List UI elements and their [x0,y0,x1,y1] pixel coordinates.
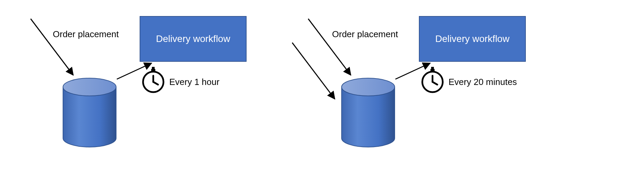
svg-rect-8 [430,69,435,72]
schedule-label-left: Every 1 hour [169,77,219,87]
svg-point-6 [342,78,395,96]
input-arrow-right-1 [308,19,351,75]
order-placement-label-left: Order placement [53,29,119,40]
output-arrow-right [395,63,430,79]
svg-rect-2 [151,69,155,72]
order-placement-label-right: Order placement [332,29,398,40]
svg-line-11 [433,82,437,85]
delivery-workflow-box-right: Delivery workflow [419,16,526,62]
svg-rect-3 [152,67,155,69]
input-arrow-right-2 [292,43,335,99]
svg-line-5 [153,82,158,85]
database-cylinder-left [63,78,116,147]
svg-point-1 [143,72,163,92]
svg-point-7 [422,72,443,92]
clock-icon-left [143,67,163,92]
input-arrow-left [31,19,73,75]
svg-rect-9 [431,67,434,69]
diagram-canvas: Delivery workflow Order placement Every … [0,0,644,188]
delivery-workflow-box-left: Delivery workflow [140,16,247,62]
output-arrow-left [117,63,152,79]
delivery-workflow-label-right: Delivery workflow [435,33,509,44]
schedule-label-right: Every 20 minutes [449,77,517,87]
delivery-workflow-label-left: Delivery workflow [156,33,230,44]
clock-icon-right [422,67,443,92]
diagram-svg [0,0,644,188]
database-cylinder-right [342,78,395,147]
svg-point-0 [63,78,116,96]
